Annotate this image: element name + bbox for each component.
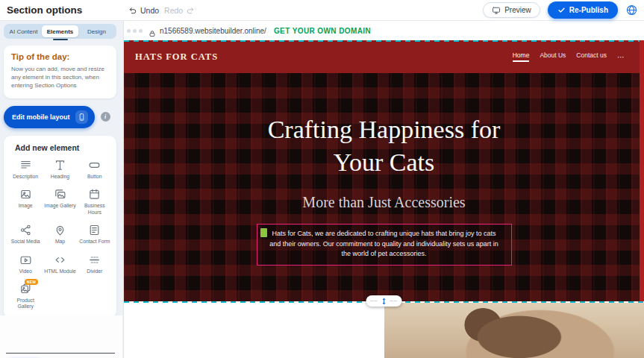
element-social-media[interactable]: Social Media bbox=[8, 223, 43, 245]
site-nav: Home About Us Contact us ⋯ bbox=[513, 51, 625, 62]
element-image[interactable]: Image bbox=[8, 187, 43, 216]
tab-active-indicator bbox=[53, 39, 68, 40]
next-section[interactable] bbox=[124, 301, 644, 358]
element-video[interactable]: Video bbox=[8, 253, 43, 275]
info-icon[interactable]: i bbox=[101, 112, 110, 122]
tip-of-the-day-card: Tip of the day: Now you can add, move an… bbox=[4, 45, 116, 98]
lock-icon bbox=[149, 27, 156, 34]
phone-icon bbox=[75, 110, 88, 124]
sidebar: AI Content Elements Design Tip of the da… bbox=[0, 21, 124, 358]
resize-vertical-icon bbox=[381, 297, 388, 306]
section-boundary-top bbox=[124, 40, 644, 42]
history-controls: Undo Redo bbox=[128, 6, 195, 15]
nav-more-icon[interactable]: ⋯ bbox=[617, 53, 625, 61]
redo-icon bbox=[186, 6, 195, 15]
editor-canvas: n1566589.websitebuilder.online/ GET YOUR… bbox=[124, 21, 644, 358]
tab-ai-content[interactable]: AI Content bbox=[5, 25, 42, 37]
globe-icon bbox=[625, 4, 638, 16]
monitor-icon bbox=[492, 6, 501, 15]
heading-icon bbox=[54, 159, 66, 172]
element-button[interactable]: Button bbox=[78, 158, 112, 180]
site-url: n1566589.websitebuilder.online/ bbox=[160, 27, 266, 35]
cat-photo[interactable] bbox=[384, 303, 644, 358]
undo-icon bbox=[128, 6, 137, 15]
image-gallery-icon bbox=[54, 188, 66, 201]
element-grid: Description Heading Button Image Image G… bbox=[8, 158, 112, 311]
tip-title: Tip of the day: bbox=[11, 52, 109, 61]
footer-divider bbox=[6, 353, 115, 354]
video-icon bbox=[19, 254, 32, 266]
check-icon bbox=[557, 6, 566, 14]
hero-heading[interactable]: Crafting Happiness for Your Cats bbox=[243, 73, 526, 179]
contact-form-icon bbox=[88, 224, 101, 236]
element-business-hours[interactable]: Business Hours bbox=[78, 187, 112, 216]
hero-description-text: Hats for Cats, we are dedicated to craft… bbox=[266, 229, 502, 260]
sidebar-footer: Done bbox=[0, 315, 122, 358]
edit-mobile-layout-button[interactable]: Edit mobile layout bbox=[4, 106, 95, 128]
element-image-gallery[interactable]: Image Gallery bbox=[43, 187, 77, 216]
get-domain-link[interactable]: GET YOUR OWN DOMAIN bbox=[274, 27, 371, 35]
add-element-panel: Add new element Description Heading Butt… bbox=[4, 136, 116, 318]
window-dots-icon bbox=[127, 29, 143, 33]
divider-icon bbox=[88, 254, 101, 266]
element-contact-form[interactable]: Contact Form bbox=[78, 223, 112, 245]
business-hours-icon bbox=[88, 188, 101, 201]
republish-label: Re-Publish bbox=[569, 6, 608, 14]
social-media-icon bbox=[19, 224, 32, 236]
browser-addressbar: n1566589.websitebuilder.online/ GET YOUR… bbox=[124, 21, 644, 40]
tab-design[interactable]: Design bbox=[78, 25, 115, 37]
sidebar-tabs: AI Content Elements Design bbox=[4, 24, 116, 39]
preview-label: Preview bbox=[504, 6, 531, 14]
button-icon bbox=[88, 159, 101, 172]
nav-contact-us[interactable]: Contact us bbox=[576, 51, 607, 62]
redo-label: Redo bbox=[164, 6, 183, 15]
nav-home[interactable]: Home bbox=[513, 51, 530, 62]
edit-mobile-layout-label: Edit mobile layout bbox=[12, 113, 70, 121]
topbar-actions: Preview Re-Publish bbox=[483, 1, 638, 19]
element-heading[interactable]: Heading bbox=[43, 158, 77, 180]
add-element-title: Add new element bbox=[8, 143, 112, 152]
html-module-icon bbox=[54, 254, 66, 266]
mobile-layout-row: Edit mobile layout i bbox=[4, 106, 116, 128]
redo-button[interactable]: Redo bbox=[164, 6, 195, 15]
element-drag-handle[interactable] bbox=[260, 228, 267, 237]
app: Section options Undo Redo Preview Re-Pub… bbox=[0, 0, 644, 358]
new-badge: NEW bbox=[25, 279, 39, 285]
topbar: Section options Undo Redo Preview Re-Pub… bbox=[0, 0, 644, 21]
tab-elements[interactable]: Elements bbox=[42, 25, 78, 37]
image-icon bbox=[19, 188, 32, 201]
hero-subheading[interactable]: More than Just Accessories bbox=[124, 194, 644, 211]
map-icon bbox=[54, 224, 66, 236]
element-map[interactable]: Map bbox=[43, 223, 77, 245]
element-product-gallery[interactable]: NEW Product Gallery bbox=[8, 282, 43, 311]
site-viewport: Hats for Cats Home About Us Contact us ⋯… bbox=[124, 40, 644, 358]
site-header[interactable]: Hats for Cats Home About Us Contact us ⋯ bbox=[124, 40, 644, 73]
page-title: Section options bbox=[0, 4, 82, 16]
hero-section[interactable]: Crafting Happiness for Your Cats More th… bbox=[124, 73, 644, 301]
element-html-module[interactable]: HTML Module bbox=[43, 253, 77, 275]
undo-label: Undo bbox=[140, 6, 159, 15]
language-globe-button[interactable] bbox=[625, 4, 638, 16]
section-resize-handle[interactable]: ┄┄ ┄┄ bbox=[366, 295, 402, 307]
canvas-scrollbar[interactable] bbox=[640, 40, 644, 301]
hero-description-selected[interactable]: Hats for Cats, we are dedicated to craft… bbox=[257, 224, 512, 266]
nav-about-us[interactable]: About Us bbox=[540, 51, 566, 62]
element-divider[interactable]: Divider bbox=[78, 253, 112, 275]
tip-body: Now you can add, move and resize any ele… bbox=[11, 65, 109, 90]
republish-button[interactable]: Re-Publish bbox=[548, 1, 618, 19]
preview-button[interactable]: Preview bbox=[483, 2, 540, 18]
element-description[interactable]: Description bbox=[8, 158, 43, 180]
undo-button[interactable]: Undo bbox=[128, 6, 159, 15]
description-icon bbox=[19, 159, 32, 172]
site-logo[interactable]: Hats for Cats bbox=[135, 51, 218, 63]
